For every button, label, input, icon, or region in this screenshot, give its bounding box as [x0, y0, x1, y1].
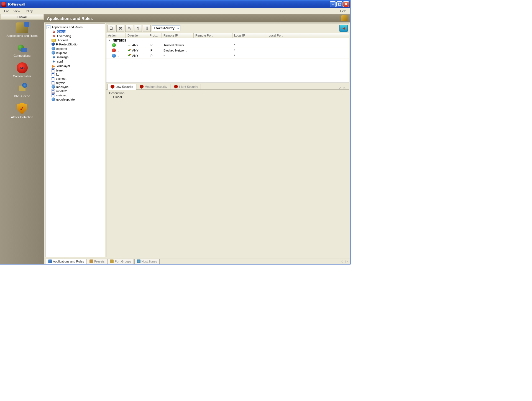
bottom-tab-host-zones[interactable]: Host Zones	[134, 259, 160, 264]
content-row: ▪ Applications and Rules ✿Global✿Overrid…	[44, 22, 350, 258]
bottom-tab-applications-and-rules[interactable]: Applications and Rules	[46, 259, 86, 264]
exe-icon	[52, 93, 55, 97]
tree-item-label: wmplayer	[57, 64, 70, 68]
tree-item-label: regwiz	[56, 81, 65, 84]
maximize-button[interactable]: ▢	[336, 1, 342, 7]
tree-item-label: R-ProtectStudio	[56, 43, 78, 46]
tree-item-global[interactable]: ✿Global	[51, 29, 104, 34]
sidebar-item-attack-detection[interactable]: Attack Detection	[0, 100, 44, 121]
col-action[interactable]: Action	[106, 33, 126, 38]
bottom-tab-presets[interactable]: Presets	[87, 259, 107, 264]
tree-item-label: iexplore	[56, 51, 67, 55]
tree-item-iexplore[interactable]: iexplore	[51, 51, 104, 55]
tree-item-msiexec[interactable]: msiexec	[51, 93, 104, 97]
tree-item-regwiz[interactable]: regwiz	[51, 81, 104, 85]
close-button[interactable]: ✕	[343, 1, 349, 7]
sidebar-item-dns-cache[interactable]: DNS Cache	[0, 80, 44, 100]
edit-rule-button[interactable]: ✖	[116, 25, 124, 32]
tree-root-label: Applications and Rules	[52, 25, 83, 29]
tree-item-label: Blocked	[57, 38, 68, 42]
tree-item-mobsync[interactable]: mobsync	[51, 85, 104, 89]
group-label: NETBIOS	[113, 39, 126, 42]
menu-help[interactable]: Help	[338, 9, 349, 13]
tree-item-rundll32[interactable]: rundll32	[51, 89, 104, 93]
sidebar-item-content-filter[interactable]: AB Content Filter	[0, 60, 44, 80]
menu-policy[interactable]: Policy	[22, 9, 35, 13]
tree-item-googleupdate[interactable]: googleupdate	[51, 97, 104, 101]
titlebar[interactable]: R-Firewall – ▢ ✕	[0, 0, 350, 8]
security-tab-2[interactable]: Hight Security	[171, 84, 201, 89]
security-tabs: Low SecurityMedium SecurityHight Securit…	[106, 83, 349, 89]
direction-any-icon	[127, 48, 131, 52]
tree-root[interactable]: ▪ Applications and Rules	[46, 25, 104, 29]
expand-icon[interactable]: +	[108, 39, 111, 42]
bottom-tabs: Applications and RulesPresetsPort Groups…	[44, 258, 350, 264]
security-level-select[interactable]: Low Security	[152, 25, 180, 31]
net-icon: ✱	[52, 60, 56, 63]
tree-item-ftp[interactable]: ftp	[51, 72, 104, 76]
body: Firewall Applications and Rules Connecti…	[0, 14, 350, 264]
tab-icon	[137, 259, 140, 263]
col-protocol[interactable]: Prot...	[148, 33, 162, 38]
tree-item-blocked[interactable]: Blocked	[51, 38, 104, 42]
exe-icon	[52, 77, 55, 80]
attack-detection-icon	[17, 103, 27, 114]
tree-children: ✿Global✿OverridingBlockedR-ProtectStudio…	[51, 29, 104, 101]
bottom-tab-port-groups[interactable]: Port Groups	[108, 259, 134, 264]
security-tab-0[interactable]: Low Security	[108, 84, 136, 90]
menu-file[interactable]: File	[2, 9, 11, 13]
sidebar-item-connections[interactable]: Connections	[0, 40, 44, 60]
col-local-ip[interactable]: Local IP	[232, 33, 267, 38]
minimize-button[interactable]: –	[330, 1, 336, 7]
description-panel: Description: Global	[106, 89, 349, 257]
bottom-tabs-nav[interactable]: ◁ ▷	[341, 260, 349, 263]
description-body: Global	[113, 95, 346, 99]
tree-item-label: telnet	[56, 69, 63, 72]
tree-item-explorer[interactable]: explorer	[51, 47, 104, 51]
col-direction[interactable]: Direction	[126, 33, 148, 38]
tree-item-label: ftp	[56, 73, 59, 76]
rules-grid[interactable]: Action Direction Prot... Remote IP Remot…	[106, 33, 349, 83]
globe-icon	[52, 51, 55, 55]
new-rule-button[interactable]: 🗋	[108, 25, 115, 32]
apps-rules-icon	[16, 22, 28, 33]
tree-item-telnet[interactable]: telnet	[51, 68, 104, 72]
tree-item-label: Overriding	[57, 34, 71, 38]
window-title: R-Firewall	[8, 2, 330, 6]
exe-icon	[52, 73, 55, 76]
move-down-button[interactable]: ⇩	[143, 25, 151, 32]
delete-rule-button[interactable]: ✎	[125, 25, 133, 32]
rule-row[interactable]: ...ANYIPBlocked Networ...*	[106, 48, 349, 53]
sidebar-item-label: Content Filter	[1, 74, 43, 78]
window-controls: – ▢ ✕	[330, 1, 349, 7]
col-remote-port[interactable]: Remote Port	[194, 33, 232, 38]
security-tab-1[interactable]: Medium Security	[137, 84, 170, 89]
move-up-button[interactable]: ⇧	[134, 25, 142, 32]
app-window: R-Firewall – ▢ ✕ File View Policy Help F…	[0, 0, 351, 264]
shield-icon	[174, 85, 178, 89]
menu-view[interactable]: View	[11, 9, 22, 13]
wizard-button[interactable]: ◀	[339, 25, 348, 32]
globe-icon	[52, 47, 55, 50]
tree-item-label: rundll32	[56, 89, 67, 93]
direction-any-icon	[127, 43, 131, 47]
tree-item-overriding[interactable]: ✿Overriding	[51, 34, 104, 38]
shield-icon	[111, 85, 114, 89]
rule-row[interactable]: ...ANYIPTrusted Networ...*	[106, 43, 349, 48]
sidebar-item-label: Connections	[1, 54, 43, 57]
tree-item-svchost[interactable]: svchost	[51, 76, 104, 81]
tree-item-r-protectstudio[interactable]: R-ProtectStudio	[51, 42, 104, 47]
tree-item-wmplayer[interactable]: ▶wmplayer	[51, 64, 104, 68]
tree-item-msmsgs[interactable]: ✱msmsgs	[51, 55, 104, 59]
gear-icon: ✿	[52, 34, 56, 38]
grid-group-row[interactable]: + NETBIOS	[106, 38, 349, 43]
col-remote-ip[interactable]: Remote IP	[162, 33, 194, 38]
tab-icon	[110, 259, 114, 263]
tree-panel[interactable]: ▪ Applications and Rules ✿Global✿Overrid…	[45, 24, 105, 257]
rule-row[interactable]: ...ANYIP**	[106, 53, 349, 58]
security-tabs-nav[interactable]: ◁ ▷	[339, 86, 348, 89]
sidebar-item-apps-rules[interactable]: Applications and Rules	[0, 20, 44, 40]
col-local-port[interactable]: Local Port	[267, 33, 292, 38]
tree-item-conf[interactable]: ✱conf	[51, 59, 104, 64]
tree-item-label: msmsgs	[57, 55, 68, 59]
